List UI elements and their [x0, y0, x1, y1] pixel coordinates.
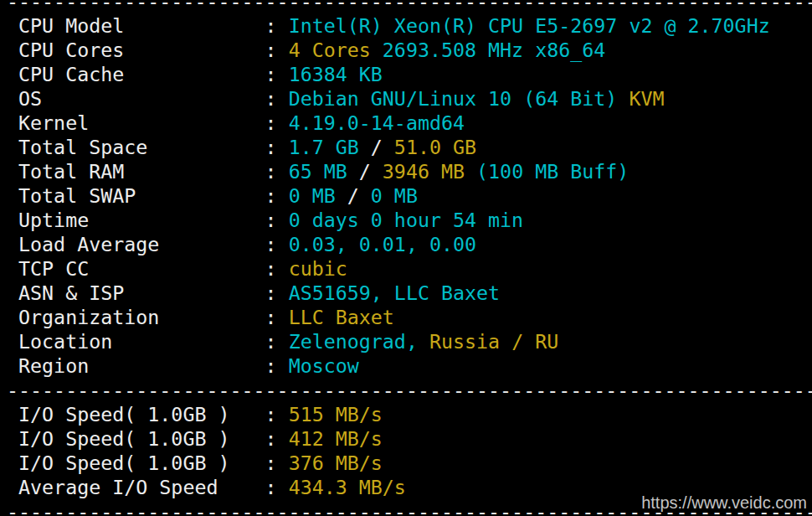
row-label: I/O Speed( 1.0GB ) :: [7, 427, 289, 450]
row-value-segment: 2693.508 MHz x86_64: [371, 39, 606, 61]
row-value-segment: (100 MB Buff): [465, 160, 629, 183]
row-label: Location :: [7, 330, 289, 353]
row-label: OS :: [7, 87, 289, 110]
row-label: Organization :: [7, 306, 289, 328]
row-label: CPU Cores :: [7, 39, 289, 61]
row-value-segment: 0 days 0 hour 54 min: [289, 209, 524, 231]
row-value-segment: 376 MB/s: [289, 452, 383, 474]
row-label: Total Space :: [7, 136, 289, 158]
info-row: Uptime : 0 days 0 hour 54 min: [7, 208, 812, 232]
row-value-segment: 515 MB/s: [289, 403, 383, 426]
info-row: CPU Model : Intel(R) Xeon(R) CPU E5-2697…: [7, 13, 812, 38]
info-row: TCP CC : cubic: [7, 256, 812, 281]
info-row: Location : Zelenograd, Russia / RU: [7, 329, 812, 353]
row-label: I/O Speed( 1.0GB ) :: [7, 452, 289, 474]
watermark-url: https://www.veidc.com: [641, 493, 807, 512]
row-value-segment: /: [359, 136, 394, 158]
row-value-segment: 51.0 GB: [394, 136, 476, 158]
io-row: I/O Speed( 1.0GB ) : 412 MB/s: [7, 426, 812, 451]
row-label: Load Average :: [7, 233, 289, 255]
terminal-lines: ----------------------------------------…: [7, 0, 812, 516]
info-row: Total RAM : 65 MB / 3946 MB (100 MB Buff…: [7, 159, 812, 183]
row-value-segment: 4 Cores: [289, 39, 371, 61]
row-label: Uptime :: [7, 209, 289, 231]
row-value-segment: Moscow: [289, 354, 359, 377]
info-row: Total SWAP : 0 MB / 0 MB: [7, 183, 812, 208]
terminal-window[interactable]: ----------------------------------------…: [0, 0, 812, 516]
row-label: I/O Speed( 1.0GB ) :: [7, 403, 289, 426]
row-label: CPU Cache :: [7, 63, 289, 85]
row-label: ASN & ISP :: [7, 281, 289, 304]
row-value-segment: AS51659, LLC Baxet: [289, 281, 500, 304]
row-label: Region :: [7, 354, 289, 377]
info-row: CPU Cache : 16384 KB: [7, 62, 812, 86]
row-value-segment: KVM: [617, 87, 664, 110]
row-value-segment: Intel(R) Xeon(R) CPU E5-2697 v2 @ 2.70GH…: [289, 14, 770, 37]
row-value-segment: 65 MB: [289, 160, 347, 183]
row-value-segment: Zelenograd,: [289, 330, 418, 353]
info-row: CPU Cores : 4 Cores 2693.508 MHz x86_64: [7, 38, 812, 62]
row-value-segment: 0 MB: [371, 184, 418, 207]
row-value-segment: Russia / RU: [418, 330, 558, 353]
row-value-segment: 16384 KB: [289, 63, 383, 85]
row-label: Kernel :: [7, 111, 289, 134]
row-label: TCP CC :: [7, 257, 289, 280]
row-value-segment: 3946 MB: [383, 160, 465, 183]
row-value-segment: 4.19.0-14-amd64: [289, 111, 465, 134]
terminal-output: ----------------------------------------…: [0, 0, 812, 516]
row-value-segment: 1.7 GB: [289, 136, 359, 158]
row-value-segment: 0.03, 0.01, 0.00: [289, 233, 476, 255]
row-value-segment: /: [336, 184, 371, 207]
row-value-segment: cubic: [289, 257, 347, 280]
info-row: Total Space : 1.7 GB / 51.0 GB: [7, 135, 812, 159]
io-row: I/O Speed( 1.0GB ) : 376 MB/s: [7, 451, 812, 475]
info-row: Kernel : 4.19.0-14-amd64: [7, 111, 812, 135]
info-row: Region : Moscow: [7, 353, 812, 378]
row-value-segment: 0 MB: [289, 184, 336, 207]
row-label: Total RAM :: [7, 160, 289, 183]
info-row: ASN & ISP : AS51659, LLC Baxet: [7, 281, 812, 305]
row-value-segment: LLC Baxet: [289, 306, 394, 328]
info-row: OS : Debian GNU/Linux 10 (64 Bit) KVM: [7, 86, 812, 111]
separator-line: ----------------------------------------…: [7, 378, 812, 402]
row-label: Average I/O Speed :: [7, 476, 289, 498]
row-label: CPU Model :: [7, 14, 289, 37]
row-value-segment: 412 MB/s: [289, 427, 383, 450]
info-row: Organization : LLC Baxet: [7, 305, 812, 329]
row-value-segment: /: [347, 160, 383, 183]
row-label: Total SWAP :: [7, 184, 289, 207]
row-value-segment: 434.3 MB/s: [289, 476, 406, 498]
row-value-segment: Debian GNU/Linux 10 (64 Bit): [289, 87, 618, 110]
info-row: Load Average : 0.03, 0.01, 0.00: [7, 232, 812, 256]
separator-line: ----------------------------------------…: [7, 0, 812, 13]
io-row: I/O Speed( 1.0GB ) : 515 MB/s: [7, 402, 812, 426]
